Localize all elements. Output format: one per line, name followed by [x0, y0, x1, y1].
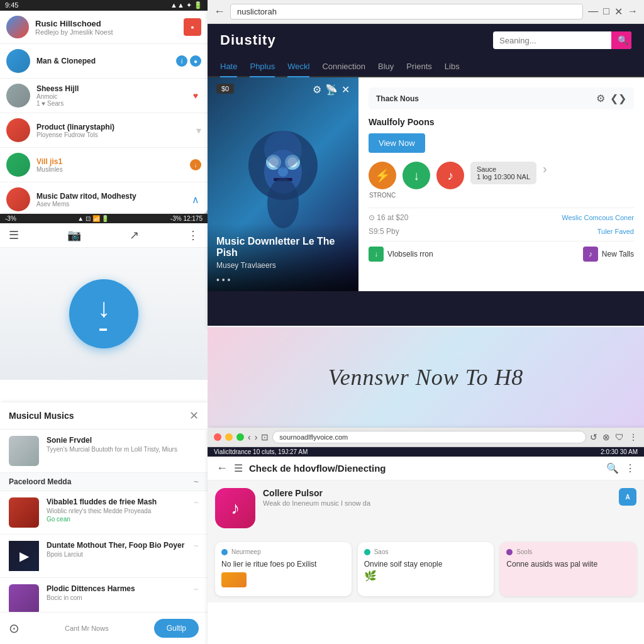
card-image	[221, 572, 247, 587]
playlist-item-sub: Bpois Larciut	[47, 551, 194, 558]
nav-item-conniection[interactable]: Conniection	[322, 57, 365, 77]
card-dot	[506, 549, 513, 555]
close-icon[interactable]: ✕	[614, 6, 623, 18]
avatar	[6, 49, 30, 73]
nav-item-bluy[interactable]: Bluy	[378, 57, 394, 77]
icon-label: STRONC	[369, 192, 396, 199]
more-icon[interactable]: ~	[194, 541, 199, 551]
chevron-down-icon: ▾	[196, 125, 201, 136]
url-bar[interactable]	[230, 4, 583, 19]
view-now-button[interactable]: View Now	[369, 133, 425, 153]
hamburger-icon[interactable]: ☰	[9, 228, 19, 242]
music-search-input[interactable]	[493, 32, 611, 49]
download-button[interactable]: ↓ ▬	[69, 279, 138, 348]
music-search-button[interactable]: 🔍	[611, 31, 631, 49]
card-text: No lier ie ritue foes po Exilist	[221, 559, 345, 570]
avatar	[6, 84, 30, 108]
close-dot[interactable]	[214, 433, 221, 441]
browser-chrome: ‹ › ⊡ sournoadlflyvoice.com ↺ ⊗ 🛡 ⋮	[208, 428, 644, 447]
nav-item-libs[interactable]: Libs	[445, 57, 460, 77]
cast-icon[interactable]: 📡	[325, 84, 338, 96]
nav-item-hate[interactable]: Hate	[220, 57, 237, 77]
playlist-item[interactable]: Sonie Frvdel Tyyen's Murcial Buutoth for…	[0, 430, 208, 473]
music-search-bar: 🔍	[493, 31, 631, 49]
more-icon[interactable]: ⋮	[187, 228, 199, 242]
back-btn[interactable]: ‹	[248, 432, 251, 442]
nav-item-prients[interactable]: Prients	[406, 57, 431, 77]
browser-url[interactable]: sournoadlflyvoice.com	[272, 431, 586, 443]
nav-item-weckl[interactable]: Weckl	[287, 57, 309, 77]
status-right: 2:0:30 30 AM	[601, 448, 638, 455]
bookmark-icon[interactable]: ⊗	[602, 432, 610, 442]
back-button[interactable]: ←	[216, 462, 228, 475]
list-item-sub: Asev Mems	[36, 201, 187, 208]
search-icon[interactable]: 🔍	[606, 462, 619, 474]
tab-icon[interactable]: ⊡	[261, 432, 269, 442]
mobile-time: 9:45	[5, 1, 18, 9]
maximize-icon[interactable]: □	[603, 6, 609, 18]
minimize-dot[interactable]	[225, 433, 233, 441]
card-icon: 🌿	[364, 570, 488, 582]
download-status-left: -3%	[5, 215, 16, 222]
more-icon[interactable]: ~	[194, 584, 199, 594]
settings-icon[interactable]: ⚙	[313, 84, 321, 96]
playlist-item-content: Sonie Frvdel Tyyen's Murcial Buutoth for…	[47, 436, 199, 453]
music-app-container: Diustity 🔍 Hate Phplus Weckl Conniection…	[208, 24, 644, 326]
download-toolbar: ☰ 📷 ↗ ⋮	[0, 223, 208, 248]
mobile-signal: ▲▲ ✦ 🔋	[170, 1, 203, 9]
minimize-icon[interactable]: —	[588, 6, 598, 18]
price-badge: $0	[216, 84, 234, 94]
list-item[interactable]: Sheess Hijll Anmoic 1 ♥ Sears ♥	[0, 79, 208, 113]
music-info-link[interactable]: Weslic Comcous Coner	[562, 214, 634, 221]
music-hero-title: Music Downletter Le The Pish	[216, 236, 350, 258]
mobile-header-sub: Redlejo by Jmeslik Noest	[35, 28, 184, 36]
list-item-title: Man & Cloneped	[36, 57, 174, 65]
promo-icon2[interactable]: ❮❯	[610, 92, 626, 104]
music-info-link2[interactable]: Tuler Faved	[597, 228, 634, 235]
more-icon[interactable]: ⋮	[629, 432, 638, 442]
hamburger-icon[interactable]: ☰	[234, 462, 243, 474]
mobile-header-action-icon[interactable]: ▪	[184, 18, 201, 36]
hero-more-icon[interactable]: • • •	[216, 275, 350, 285]
list-item-sub2: 1 ♥ Sears	[36, 100, 187, 107]
music-action-1[interactable]: ↓ Vlobselis rron	[369, 247, 433, 262]
nav-item-phplus[interactable]: Phplus	[250, 57, 275, 77]
close-icon[interactable]: ✕	[189, 409, 199, 423]
chevron-icon[interactable]: ~	[194, 477, 199, 487]
music-icon-item: ↓	[402, 162, 430, 199]
playlist-item-content: Vibable1 fluddes de friee Mash Wioblic n…	[47, 497, 194, 523]
download-icon[interactable]: ↓	[402, 162, 430, 189]
close-icon[interactable]: ✕	[341, 84, 350, 96]
list-item[interactable]: Product (linarystaphi) Ployense Fudrow T…	[0, 113, 208, 148]
list-item-content: Music Datw ritod, Modhesty Asev Mems	[36, 192, 187, 208]
forward-icon[interactable]: →	[628, 6, 638, 18]
settings-icon[interactable]: ⚙	[596, 92, 605, 104]
shield-icon[interactable]: 🛡	[615, 432, 624, 442]
download-tray-icon: ▬	[99, 324, 108, 333]
refresh-icon[interactable]: ↺	[590, 432, 597, 442]
divider	[369, 241, 634, 242]
app-badge[interactable]: A	[619, 488, 636, 506]
music-icon[interactable]: ♪	[436, 162, 464, 189]
camera-icon[interactable]: 📷	[67, 228, 81, 242]
forward-btn[interactable]: ›	[255, 432, 258, 442]
strong-icon[interactable]: ⚡	[369, 162, 396, 189]
status-left: Vialicltdrance 10 cluts, 19J:27 AM	[214, 448, 308, 455]
playlist-action-button[interactable]: Gultlp	[154, 619, 199, 638]
music-action-2[interactable]: ♪ New Talls	[583, 247, 634, 262]
share-icon[interactable]: ↗	[130, 228, 139, 242]
home-icon[interactable]: ⊙	[9, 621, 19, 636]
back-button[interactable]: ←	[214, 5, 225, 18]
playlist-item[interactable]: ▶ Duntate Mothout Ther, Foop Bio Poyer B…	[0, 535, 208, 578]
list-item[interactable]: Vill jis1 Muslinles ↓	[0, 148, 208, 182]
more-icon[interactable]: ⋮	[625, 462, 635, 474]
more-icon[interactable]: ~	[194, 497, 199, 508]
maximize-dot[interactable]	[236, 433, 244, 441]
list-item[interactable]: Man & Cloneped i ●	[0, 44, 208, 79]
mobile-app-panel: 9:45 ▲▲ ✦ 🔋 Rusic Hillschoed Redlejo by …	[0, 0, 208, 214]
next-icon[interactable]: ›	[543, 162, 547, 176]
music-info-left: ⊙ 16 at $20	[369, 213, 408, 222]
music-app-logo: Diustity	[220, 32, 276, 48]
playlist-item[interactable]: Vibable1 fluddes de friee Mash Wioblic n…	[0, 491, 208, 535]
list-item[interactable]: Music Datw ritod, Modhesty Asev Mems ∧	[0, 182, 208, 214]
